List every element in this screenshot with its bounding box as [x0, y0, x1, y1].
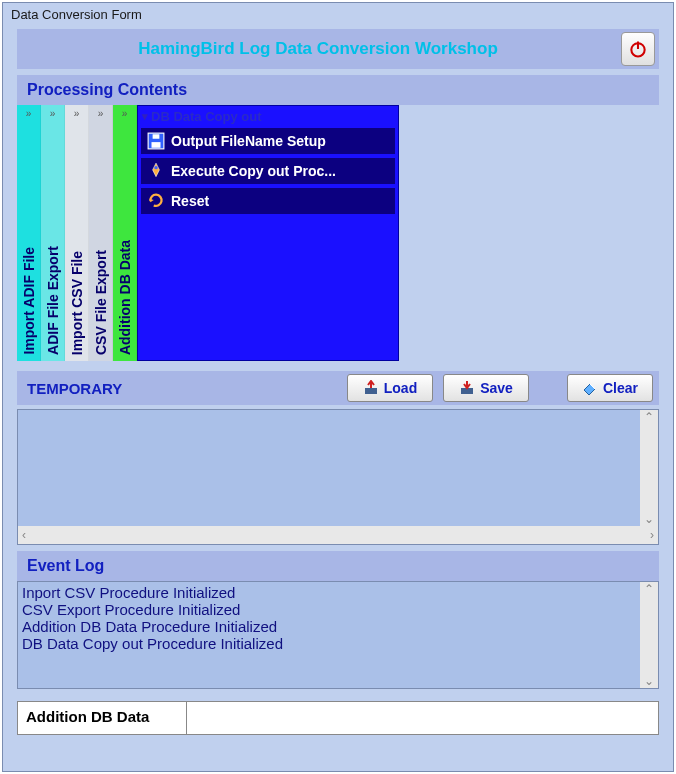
svg-point-5: [154, 166, 157, 169]
scroll-up-icon: ⌃: [644, 582, 654, 596]
button-label: Save: [480, 380, 513, 396]
svg-rect-4: [153, 134, 160, 139]
temporary-textbox[interactable]: [18, 410, 640, 544]
scroll-down-icon: ⌄: [644, 512, 654, 526]
chevron-right-icon: »: [122, 109, 128, 119]
save-icon: [459, 380, 475, 396]
vtab-label: Addition DB Data: [117, 240, 133, 355]
vtab-csv-export[interactable]: » CSV File Export: [89, 105, 113, 361]
clear-button[interactable]: Clear: [567, 374, 653, 402]
svg-rect-3: [152, 142, 161, 148]
vtab-label: CSV File Export: [93, 250, 109, 355]
panel-item-output-filename[interactable]: Output FileName Setup: [141, 128, 395, 154]
panel-item-label: Output FileName Setup: [171, 133, 326, 149]
temporary-label: TEMPORARY: [27, 380, 337, 397]
rocket-icon: [147, 162, 165, 180]
temporary-textbox-wrap: ⌃⌄ ‹›: [17, 409, 659, 545]
active-panel: ▾ DB Data Copy out Output FileName Setup…: [137, 105, 399, 361]
chevron-right-icon: »: [26, 109, 32, 119]
status-bar: Addition DB Data: [17, 701, 659, 735]
eventlog-textbox-wrap: ⌃⌄: [17, 581, 659, 689]
button-label: Load: [384, 380, 417, 396]
eventlog-textbox[interactable]: [18, 582, 640, 688]
panel-empty: [138, 216, 398, 360]
scroll-up-icon: ⌃: [644, 410, 654, 424]
header-bar: HamingBird Log Data Conversion Workshop: [17, 29, 659, 69]
save-button[interactable]: Save: [443, 374, 529, 402]
scroll-right-icon: ›: [650, 528, 654, 542]
chevron-right-icon: »: [98, 109, 104, 119]
vtab-adif-export[interactable]: » ADIF File Export: [41, 105, 65, 361]
temporary-toolbar: TEMPORARY Load Save Clear: [17, 371, 659, 405]
panel-item-label: Reset: [171, 193, 209, 209]
load-button[interactable]: Load: [347, 374, 433, 402]
vtab-import-adif[interactable]: » Import ADIF File: [17, 105, 41, 361]
status-cell-2: [187, 701, 659, 735]
processing-header: Processing Contents: [17, 75, 659, 105]
horizontal-scrollbar[interactable]: ‹›: [18, 526, 658, 544]
scroll-down-icon: ⌄: [644, 674, 654, 688]
button-label: Clear: [603, 380, 638, 396]
app-title: HamingBird Log Data Conversion Workshop: [21, 31, 615, 67]
chevron-down-icon: ▾: [142, 110, 148, 123]
load-icon: [363, 380, 379, 396]
vertical-scrollbar[interactable]: ⌃⌄: [640, 582, 658, 688]
chevron-right-icon: »: [50, 109, 56, 119]
clear-icon: [582, 380, 598, 396]
panel-title[interactable]: ▾ DB Data Copy out: [138, 106, 398, 126]
app-window: Data Conversion Form HamingBird Log Data…: [2, 2, 674, 772]
processing-area: » Import ADIF File » ADIF File Export » …: [17, 105, 659, 361]
scroll-left-icon: ‹: [22, 528, 26, 542]
eventlog-header: Event Log: [17, 551, 659, 581]
vtab-import-csv[interactable]: » Import CSV File: [65, 105, 89, 361]
chevron-right-icon: »: [74, 109, 80, 119]
power-button[interactable]: [621, 32, 655, 66]
save-disk-icon: [147, 132, 165, 150]
window-title: Data Conversion Form: [3, 3, 673, 29]
vtab-addition-db[interactable]: » Addition DB Data: [113, 105, 137, 361]
vertical-scrollbar[interactable]: ⌃⌄: [640, 410, 658, 526]
panel-title-text: DB Data Copy out: [151, 109, 262, 124]
vtab-label: Import ADIF File: [21, 247, 37, 355]
panel-item-label: Execute Copy out Proc...: [171, 163, 336, 179]
reset-icon: [147, 192, 165, 210]
vtab-label: Import CSV File: [69, 251, 85, 355]
vtab-label: ADIF File Export: [45, 246, 61, 355]
panel-item-reset[interactable]: Reset: [141, 188, 395, 214]
power-icon: [628, 39, 648, 59]
svg-rect-6: [365, 388, 377, 394]
status-cell-1: Addition DB Data: [17, 701, 187, 735]
panel-item-execute[interactable]: Execute Copy out Proc...: [141, 158, 395, 184]
processing-blank: [399, 105, 659, 361]
